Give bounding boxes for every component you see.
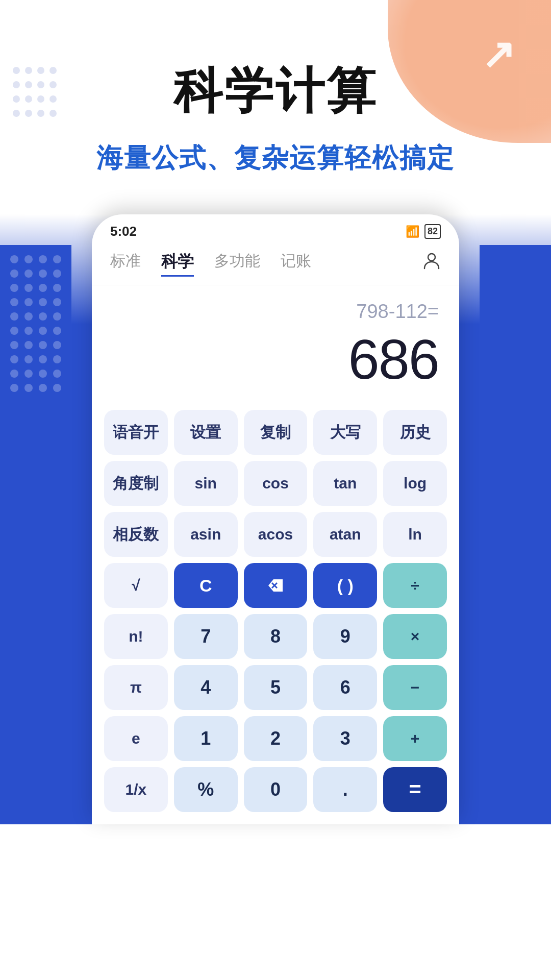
keypad: 语音开 设置 复制 大写 历史 角度制 sin cos tan log 相反数 …	[92, 402, 459, 824]
key-atan[interactable]: atan	[313, 512, 377, 557]
key-3[interactable]: 3	[313, 716, 377, 761]
hero-subtitle: 海量公式、复杂运算轻松搞定	[96, 140, 455, 176]
key-factorial[interactable]: n!	[104, 614, 168, 659]
status-time: 5:02	[110, 224, 137, 239]
phone-frame: 5:02 📶 82 标准 科学 多功能 记账	[92, 214, 459, 824]
key-ln[interactable]: ln	[383, 512, 447, 557]
phone-wrapper: 5:02 📶 82 标准 科学 多功能 记账	[0, 214, 551, 824]
key-2[interactable]: 2	[244, 716, 308, 761]
key-acos[interactable]: acos	[244, 512, 308, 557]
key-1[interactable]: 1	[174, 716, 238, 761]
key-6[interactable]: 6	[313, 665, 377, 710]
display-expression: 798-112=	[356, 301, 439, 323]
key-tan[interactable]: tan	[313, 461, 377, 506]
hero-decoration	[388, 0, 551, 143]
key-5[interactable]: 5	[244, 665, 308, 710]
display-area: 798-112= 686	[92, 285, 459, 402]
key-row-8: 1/x % 0 . =	[104, 767, 447, 812]
profile-icon[interactable]	[422, 251, 441, 274]
key-voice[interactable]: 语音开	[104, 410, 168, 455]
key-multiply[interactable]: ×	[383, 614, 447, 659]
key-subtract[interactable]: −	[383, 665, 447, 710]
nav-tabs-list: 标准 科学 多功能 记账	[110, 249, 311, 277]
key-asin[interactable]: asin	[174, 512, 238, 557]
key-history[interactable]: 历史	[383, 410, 447, 455]
dots-decoration	[10, 64, 71, 146]
tab-account[interactable]: 记账	[281, 249, 311, 277]
key-euler[interactable]: e	[104, 716, 168, 761]
key-log[interactable]: log	[383, 461, 447, 506]
key-uppercase[interactable]: 大写	[313, 410, 377, 455]
key-4[interactable]: 4	[174, 665, 238, 710]
key-row-1: 语音开 设置 复制 大写 历史	[104, 410, 447, 455]
key-add[interactable]: +	[383, 716, 447, 761]
key-pi[interactable]: π	[104, 665, 168, 710]
wifi-icon: 📶	[406, 225, 419, 238]
battery-icon: 82	[424, 224, 441, 239]
key-cos[interactable]: cos	[244, 461, 308, 506]
key-row-5: n! 7 8 9 ×	[104, 614, 447, 659]
key-negate[interactable]: 相反数	[104, 512, 168, 557]
side-dots-right	[480, 245, 551, 824]
status-icons: 📶 82	[406, 224, 441, 239]
key-7[interactable]: 7	[174, 614, 238, 659]
key-0[interactable]: 0	[244, 767, 308, 812]
side-dots-left	[0, 245, 71, 824]
key-equals[interactable]: =	[383, 767, 447, 812]
key-divide[interactable]: ÷	[383, 563, 447, 608]
key-decimal[interactable]: .	[313, 767, 377, 812]
nav-tabs: 标准 科学 多功能 记账	[92, 243, 459, 285]
key-9[interactable]: 9	[313, 614, 377, 659]
key-backspace[interactable]	[244, 563, 308, 608]
hero-title: 科学计算	[173, 59, 378, 125]
display-result: 686	[348, 327, 439, 391]
svg-point-0	[428, 254, 435, 261]
key-reciprocal[interactable]: 1/x	[104, 767, 168, 812]
tab-science[interactable]: 科学	[161, 249, 194, 277]
key-settings[interactable]: 设置	[174, 410, 238, 455]
key-sin[interactable]: sin	[174, 461, 238, 506]
key-parens[interactable]: ( )	[313, 563, 377, 608]
key-8[interactable]: 8	[244, 614, 308, 659]
key-row-2: 角度制 sin cos tan log	[104, 461, 447, 506]
key-clear[interactable]: C	[174, 563, 238, 608]
status-bar: 5:02 📶 82	[92, 214, 459, 243]
key-row-7: e 1 2 3 +	[104, 716, 447, 761]
key-sqrt[interactable]: √	[104, 563, 168, 608]
key-row-6: π 4 5 6 −	[104, 665, 447, 710]
tab-standard[interactable]: 标准	[110, 249, 141, 277]
tab-multi[interactable]: 多功能	[214, 249, 260, 277]
key-row-4: √ C ( ) ÷	[104, 563, 447, 608]
hero-section: 科学计算 海量公式、复杂运算轻松搞定	[0, 0, 551, 214]
key-percent[interactable]: %	[174, 767, 238, 812]
key-copy[interactable]: 复制	[244, 410, 308, 455]
key-row-3: 相反数 asin acos atan ln	[104, 512, 447, 557]
key-degree[interactable]: 角度制	[104, 461, 168, 506]
